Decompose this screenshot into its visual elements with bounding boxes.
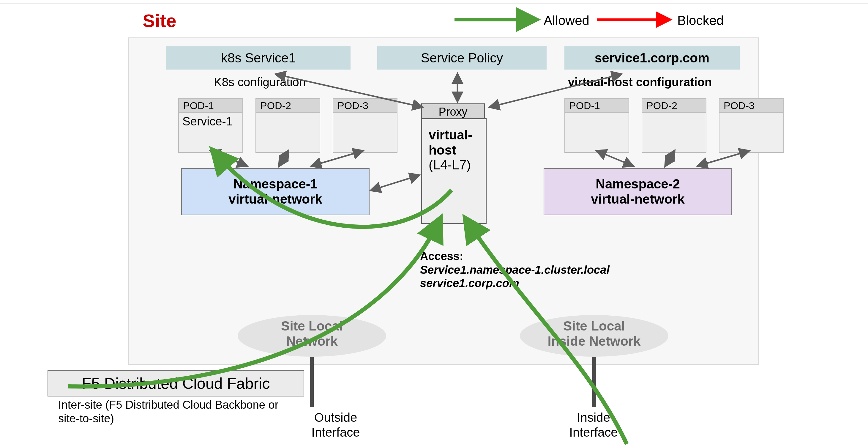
left-pod-3-header: POD-3 [333, 98, 398, 113]
legend-blocked-label: Blocked [677, 13, 724, 28]
right-pod-2-body [642, 112, 706, 153]
right-pod-2-header: POD-2 [642, 98, 706, 113]
namespace-1-box: Namespace-1 virtual-network [181, 168, 370, 215]
site-title: Site [143, 10, 177, 31]
top-divider [0, 3, 868, 4]
namespace-1-title: Namespace-1 [233, 177, 317, 192]
k8s-service-card: k8s Service1 [166, 47, 350, 69]
namespace-2-sub: virtual-network [591, 192, 684, 207]
k8s-config-caption: K8s configuration [214, 76, 306, 89]
right-pod-3-body [719, 112, 784, 153]
service-policy-card: Service Policy [377, 47, 547, 69]
namespace-2-box: Namespace-2 virtual-network [544, 168, 732, 215]
left-pod-2-body [255, 112, 320, 153]
access-line1: Service1.namespace-1.cluster.local [420, 263, 610, 277]
namespace-2-title: Namespace-2 [596, 177, 680, 192]
left-pod-3-body [333, 112, 398, 153]
access-line2: service1.corp.com [420, 277, 610, 290]
inside-interface-label: Inside Interface [561, 410, 626, 440]
legend-allowed-label: Allowed [544, 13, 589, 28]
service-domain-card: service1.corp.com [564, 47, 740, 69]
site-local-inside-network-label: Site Local Inside Network [547, 319, 642, 349]
right-pod-1-header: POD-1 [564, 98, 629, 113]
right-pod-3-header: POD-3 [719, 98, 784, 113]
diagram-canvas: Site Allowed Blocked k8s Service1 Servic… [0, 0, 868, 447]
proxy-line3: (L4-L7) [429, 157, 479, 173]
namespace-1-sub: virtual-network [228, 192, 322, 207]
access-block: Access: Service1.namespace-1.cluster.loc… [420, 250, 610, 290]
proxy-line2: host [429, 143, 479, 158]
proxy-body: virtual- host (L4-L7) [421, 118, 487, 224]
access-title: Access: [420, 250, 610, 263]
proxy-header: Proxy [421, 103, 485, 119]
left-pod-1-header: POD-1 [178, 98, 243, 113]
fabric-caption: Inter-site (F5 Distributed Cloud Backbon… [58, 398, 278, 425]
site-local-network-label: Site Local Network [273, 319, 350, 349]
left-pod-1-body: Service-1 [178, 112, 243, 153]
proxy-line1: virtual- [429, 127, 479, 143]
outside-interface-label: Outside Interface [303, 410, 368, 440]
fabric-box: F5 Distributed Cloud Fabric [48, 370, 304, 396]
right-pod-1-body [564, 112, 629, 153]
left-pod-2-header: POD-2 [255, 98, 320, 113]
vhost-config-caption: virtual-host configuration [568, 76, 712, 89]
